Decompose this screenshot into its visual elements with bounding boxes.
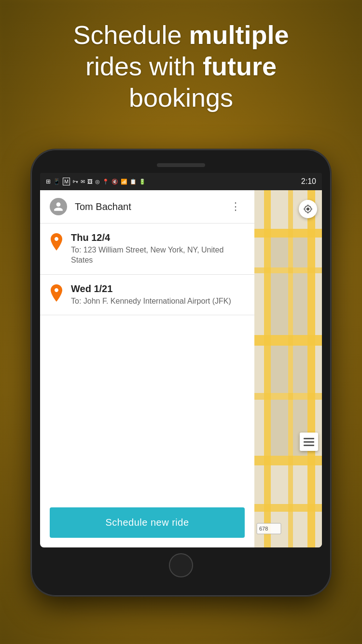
svg-rect-8 (288, 190, 293, 547)
ride-date: Thu 12/4 (71, 232, 245, 243)
ride-info: Wed 1/21 To: John F. Kennedy Internation… (71, 283, 245, 307)
user-icon (53, 201, 64, 212)
svg-rect-7 (264, 190, 271, 547)
phone-screen: Tom Bachant ⋮ Thu 12/4 To: 123 William S… (40, 190, 322, 547)
svg-rect-16 (271, 400, 288, 456)
status-icon-wifi: 📶 (121, 179, 127, 185)
svg-rect-12 (271, 273, 288, 335)
svg-rect-11 (293, 238, 307, 267)
hero-line2: rides with future (85, 52, 277, 81)
ride-date: Wed 1/21 (71, 283, 245, 294)
svg-rect-9 (307, 190, 315, 547)
status-icon-circle: ◎ (95, 179, 100, 185)
location-pin-icon (50, 233, 63, 251)
menu-line (304, 438, 314, 439)
status-icon-image: 🖼 (87, 179, 93, 184)
status-icon-key: 🗝 (72, 178, 78, 185)
status-icon-gmail: M (63, 178, 70, 185)
app-header: Tom Bachant ⋮ (40, 190, 254, 224)
phone-top (40, 159, 322, 173)
status-icon-battery: 🔋 (139, 179, 146, 185)
app-content: Tom Bachant ⋮ Thu 12/4 To: 123 William S… (40, 190, 254, 547)
phone-device: ⊞ 📱 M 🗝 ✉ 🖼 ◎ 📍 🔇 📶 📋 🔋 2:10 (31, 150, 331, 596)
schedule-new-ride-button[interactable]: Schedule new ride (50, 507, 245, 538)
ride-destination: To: 123 William Street, New York, NY, Un… (71, 245, 245, 266)
more-menu-button[interactable]: ⋮ (226, 198, 245, 215)
svg-rect-14 (271, 346, 288, 393)
status-icon-location: 📍 (102, 179, 109, 185)
status-icon-mute: 🔇 (111, 179, 118, 185)
user-avatar (50, 198, 67, 215)
status-time: 2:10 (301, 177, 316, 186)
svg-rect-13 (293, 273, 307, 335)
ride-info: Thu 12/4 To: 123 William Street, New Yor… (71, 232, 245, 266)
ride-item[interactable]: Thu 12/4 To: 123 William Street, New Yor… (40, 224, 254, 275)
status-icons: ⊞ 📱 M 🗝 ✉ 🖼 ◎ 📍 🔇 📶 📋 🔋 (46, 178, 301, 185)
phone-frame: ⊞ 📱 M 🗝 ✉ 🖼 ◎ 📍 🔇 📶 📋 🔋 2:10 (31, 150, 331, 596)
map-menu-button[interactable] (300, 433, 318, 451)
status-icon-signal: 📋 (130, 179, 137, 185)
svg-text:678: 678 (259, 526, 268, 532)
svg-rect-15 (293, 346, 307, 393)
schedule-button-wrapper: Schedule new ride (40, 498, 254, 547)
svg-rect-10 (271, 238, 288, 267)
status-icon-msg: ✉ (81, 179, 85, 185)
status-bar: ⊞ 📱 M 🗝 ✉ 🖼 ◎ 📍 🔇 📶 📋 🔋 2:10 (40, 173, 322, 190)
phone-bottom (40, 547, 322, 581)
hero-line3: bookings (129, 83, 233, 112)
phone-speaker (157, 163, 205, 167)
user-name: Tom Bachant (75, 201, 226, 212)
hero-section: Schedule multiple rides with future book… (0, 19, 362, 113)
ride-item[interactable]: Wed 1/21 To: John F. Kennedy Internation… (40, 275, 254, 316)
status-icon-usb: ⊞ (46, 178, 51, 185)
menu-line (304, 441, 314, 443)
map-view: 678 (254, 190, 322, 547)
hero-heading: Schedule multiple rides with future book… (29, 19, 333, 113)
map-sidebar: 678 (254, 190, 322, 547)
ride-destination: To: John F. Kennedy International Airpor… (71, 296, 245, 307)
menu-line (304, 445, 314, 446)
location-button[interactable] (299, 200, 317, 218)
home-button[interactable] (169, 553, 193, 577)
location-pin-icon (50, 284, 63, 302)
status-icon-phone: 📱 (53, 178, 60, 185)
ride-list: Thu 12/4 To: 123 William Street, New Yor… (40, 224, 254, 498)
hero-line1: Schedule multiple (73, 20, 289, 49)
